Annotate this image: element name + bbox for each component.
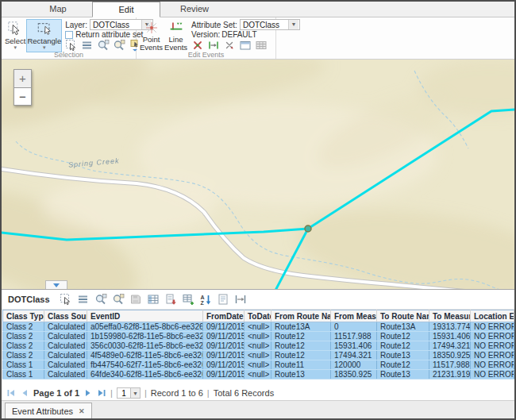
table-cell[interactable]: Calculated xyxy=(44,332,87,341)
table-cell[interactable]: NO ERROR xyxy=(471,360,514,370)
attributes-form-icon[interactable] xyxy=(217,293,229,306)
table-cell[interactable]: Calculated xyxy=(44,341,87,351)
table-cell[interactable]: 21231.919 xyxy=(429,370,471,380)
table-row[interactable]: Class 1Calculated64fde340-62f8-11e5-8bc6… xyxy=(3,370,514,380)
table-cell[interactable]: 18350.925 xyxy=(331,370,377,380)
return-attribute-set-checkbox[interactable] xyxy=(65,31,73,39)
table-row[interactable]: Class 2Calculated356c0030-62f8-11e5-8bc6… xyxy=(3,341,514,351)
attributes-window-icon[interactable] xyxy=(239,39,252,52)
measure-icon[interactable] xyxy=(234,293,247,306)
table-cell[interactable]: <null> xyxy=(245,370,271,380)
show-selected-records-icon[interactable] xyxy=(81,39,94,52)
route-junction-marker[interactable] xyxy=(305,225,311,232)
table-cell[interactable]: Class 1 xyxy=(3,370,44,380)
table-cell[interactable]: Class 2 xyxy=(3,341,44,351)
tab-event-attributes[interactable]: Event Attributes ✕ xyxy=(5,403,92,418)
column-header[interactable]: FromDate xyxy=(203,310,245,322)
split-event-icon[interactable] xyxy=(191,39,204,52)
table-cell[interactable]: 4f5489e0-62f8-11e5-8bc6-ee32641d5ec9 xyxy=(87,351,203,360)
rectangle-select-button[interactable]: Rectangle ▾ xyxy=(26,19,62,52)
table-cell[interactable]: Calculated xyxy=(44,351,87,360)
zoom-out-button[interactable]: − xyxy=(13,87,32,106)
chevron-down-icon[interactable]: ▼ xyxy=(288,20,298,29)
table-cell[interactable]: <null> xyxy=(245,360,271,370)
table-cell[interactable]: 17494.321 xyxy=(331,351,377,360)
line-events-button[interactable]: Line Events xyxy=(164,19,188,52)
extend-event-icon[interactable] xyxy=(207,39,220,52)
table-cell[interactable]: fb447540-62f7-11e5-8bc6-ee32641d5ec9 xyxy=(87,360,203,370)
table-row[interactable]: Class 1Calculatedfb447540-62f7-11e5-8bc6… xyxy=(3,360,514,370)
table-cell[interactable]: 18350.925 xyxy=(429,351,471,360)
attributes-table-icon[interactable] xyxy=(255,39,268,52)
table-cell[interactable]: 17494.321 xyxy=(429,341,471,351)
point-events-button[interactable]: Point Events xyxy=(139,19,164,52)
table-cell[interactable]: NO ERROR xyxy=(471,370,514,380)
table-cell[interactable]: Class 2 xyxy=(3,332,44,341)
table-cell[interactable]: 11517.988 xyxy=(429,360,471,370)
table-cell[interactable]: NO ERROR xyxy=(471,322,514,332)
column-header[interactable]: Class Source xyxy=(44,310,87,322)
table-cell[interactable]: Route12 xyxy=(377,360,429,370)
table-cell[interactable]: Class 1 xyxy=(3,360,44,370)
map-view[interactable]: Spring Creek + − xyxy=(2,60,514,290)
table-cell[interactable]: a05effa0-62f8-11e5-8bc6-ee32641d5ec9 xyxy=(87,322,203,332)
table-row[interactable]: Class 2Calculateda05effa0-62f8-11e5-8bc6… xyxy=(3,322,514,332)
table-cell[interactable]: Route11 xyxy=(271,360,331,370)
table-cell[interactable]: 356c0030-62f8-11e5-8bc6-ee32641d5ec9 xyxy=(87,341,203,351)
table-cell[interactable]: Class 2 xyxy=(3,322,44,332)
chevron-down-icon[interactable]: ▼ xyxy=(131,387,141,399)
table-cell[interactable]: 1b159980-62f8-11e5-8bc6-ee32641d5ec9 xyxy=(87,332,203,341)
tab-map[interactable]: Map xyxy=(24,2,92,17)
attribute-set-select[interactable]: DOTClass ▼ xyxy=(240,19,300,30)
table-cell[interactable]: NO ERROR xyxy=(471,341,514,351)
tab-edit[interactable]: Edit xyxy=(92,2,160,17)
trim-event-icon[interactable] xyxy=(223,39,236,52)
table-cell[interactable]: 0 xyxy=(331,322,377,332)
sort-icon[interactable] xyxy=(199,293,212,306)
table-cell[interactable]: Route13 xyxy=(271,370,331,380)
column-header[interactable]: To Route Name xyxy=(377,310,429,322)
column-header[interactable]: Location Error xyxy=(471,310,514,322)
table-cell[interactable]: Route12 xyxy=(377,341,429,351)
table-cell[interactable]: Route13 xyxy=(377,370,429,380)
select-button[interactable]: Select ▾ xyxy=(4,19,26,52)
export-records-icon[interactable] xyxy=(164,293,177,306)
column-header[interactable]: To Measure xyxy=(429,310,471,322)
table-cell[interactable]: Calculated xyxy=(44,360,87,370)
table-cell[interactable]: 09/11/2015 xyxy=(203,351,245,360)
table-cell[interactable]: 19313.774 xyxy=(429,322,471,332)
pan-to-selected-icon[interactable] xyxy=(112,293,125,306)
table-cell[interactable]: <null> xyxy=(245,351,271,360)
table-cell[interactable]: <null> xyxy=(245,332,271,341)
zoom-in-button[interactable]: + xyxy=(13,69,32,87)
table-cell[interactable]: 64fde340-62f8-11e5-8bc6-ee32641d5ec9 xyxy=(87,370,203,380)
map-canvas[interactable] xyxy=(2,60,514,290)
table-cell[interactable]: Route12 xyxy=(271,341,331,351)
table-cell[interactable]: 09/11/2015 xyxy=(203,332,245,341)
column-header[interactable]: ToDate xyxy=(245,310,271,322)
selection-tool-icon[interactable] xyxy=(60,293,72,306)
previous-page-icon[interactable] xyxy=(20,388,29,398)
table-cell[interactable]: Route12 xyxy=(377,332,429,341)
column-header[interactable]: EventID xyxy=(87,310,203,322)
table-cell[interactable]: 09/11/2015 xyxy=(203,341,245,351)
zoom-to-selected-icon[interactable] xyxy=(94,293,107,306)
table-cell[interactable]: 09/11/2015 xyxy=(203,360,245,370)
show-selection-icon[interactable] xyxy=(77,293,90,306)
panel-collapse-button[interactable] xyxy=(45,280,67,289)
table-cell[interactable]: <null> xyxy=(245,341,271,351)
tab-review[interactable]: Review xyxy=(160,2,229,17)
column-header[interactable]: Class Type xyxy=(3,310,44,322)
table-cell[interactable]: 15931.406 xyxy=(429,332,471,341)
table-cell[interactable]: Route13A xyxy=(271,322,331,332)
pan-to-selected-icon[interactable] xyxy=(113,39,125,52)
zoom-to-selected-icon[interactable] xyxy=(97,39,110,52)
last-page-icon[interactable] xyxy=(97,388,106,398)
table-row[interactable]: Class 2Calculated4f5489e0-62f8-11e5-8bc6… xyxy=(3,351,514,360)
page-number-input[interactable] xyxy=(117,387,131,399)
table-cell[interactable]: Route13A xyxy=(377,322,429,332)
table-cell[interactable]: NO ERROR xyxy=(471,332,514,341)
table-cell[interactable]: NO ERROR xyxy=(471,351,514,360)
switch-table-icon[interactable] xyxy=(147,293,160,306)
table-cell[interactable]: Class 2 xyxy=(3,351,44,360)
